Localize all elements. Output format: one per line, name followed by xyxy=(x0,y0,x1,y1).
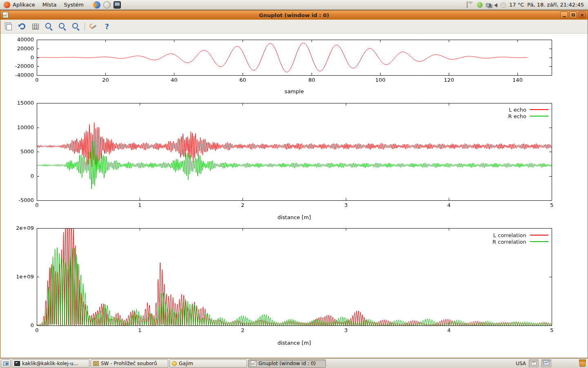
mail-tray-icon xyxy=(531,361,537,365)
clock-applet[interactable]: Pá, 18. září, 21:42:45 xyxy=(527,2,584,8)
close-icon: × xyxy=(580,12,584,18)
ubuntu-logo-icon xyxy=(4,2,10,8)
settings-button[interactable] xyxy=(89,22,98,31)
menu-system[interactable]: Systém xyxy=(60,0,87,9)
plot-area: sample distance [m] distance [m] L echo … xyxy=(0,34,588,358)
menu-system-label: Systém xyxy=(64,2,83,8)
replot-button[interactable] xyxy=(17,22,27,31)
zoom-reset-button[interactable] xyxy=(44,22,54,31)
echo-legend: L echo R echo xyxy=(508,106,548,119)
wrench-icon xyxy=(89,22,98,31)
magnifier-plus-icon xyxy=(71,22,80,31)
menu-places[interactable]: Místa xyxy=(39,0,60,9)
file-manager-icon xyxy=(93,361,99,366)
correlation-legend: L correlation R correlation xyxy=(492,232,548,245)
legend-line-sample xyxy=(530,241,548,242)
task-gnuplot[interactable]: Gnuplot (window id : 0) xyxy=(248,359,326,368)
window-titlebar[interactable]: Gnuplot (window id : 0) × xyxy=(0,11,588,20)
close-button[interactable]: × xyxy=(578,11,586,18)
taskbar: kaklik@kaklik-kolej-u... SW - Prohlížeč … xyxy=(0,358,588,368)
top-panel: Aplikace Místa Systém 17 °C Pá, 18. září… xyxy=(0,0,588,10)
screenshot-icon[interactable] xyxy=(114,1,121,9)
mail-tray-button[interactable] xyxy=(529,359,539,367)
legend-label: R echo xyxy=(508,113,526,119)
window-title: Gnuplot (window id : 0) xyxy=(0,12,588,18)
mail-notification-icon[interactable] xyxy=(467,1,468,8)
toolbar-separator xyxy=(85,22,85,31)
grid-toggle-button[interactable] xyxy=(31,22,40,31)
chart-tray-icon xyxy=(543,360,549,366)
gnuplot-window-icon xyxy=(2,12,9,18)
legend-item-l-echo: L echo xyxy=(508,106,548,113)
maximize-icon xyxy=(572,13,575,16)
temperature-applet[interactable]: 17 °C xyxy=(509,2,524,8)
gajim-icon xyxy=(172,361,177,366)
menu-applications[interactable]: Aplikace xyxy=(0,0,39,9)
task-file-manager[interactable]: SW - Prohlížeč souborů xyxy=(91,359,168,368)
maximize-button[interactable] xyxy=(569,11,577,18)
copy-button[interactable] xyxy=(4,22,13,31)
chart2-xlabel: distance [m] xyxy=(37,214,552,220)
gnuplot-canvas[interactable] xyxy=(0,34,588,358)
legend-line-sample xyxy=(530,109,548,110)
terminal-icon xyxy=(14,361,20,366)
magnifier-icon xyxy=(45,22,53,31)
task-terminal[interactable]: kaklik@kaklik-kolej-u... xyxy=(12,359,89,368)
trash-icon[interactable] xyxy=(579,360,586,367)
desktop: Aplikace Místa Systém 17 °C Pá, 18. září… xyxy=(0,0,588,368)
chart1-xlabel: sample xyxy=(37,88,552,94)
weather-icon[interactable] xyxy=(501,2,506,8)
gnuplot-window: Gnuplot (window id : 0) × ? sample dista… xyxy=(0,10,588,358)
update-notifier-icon[interactable] xyxy=(477,2,483,8)
task-gajim[interactable]: Gajim xyxy=(169,359,247,368)
legend-item-r-echo: R echo xyxy=(508,113,548,119)
volume-icon[interactable] xyxy=(494,3,497,7)
minimize-button[interactable] xyxy=(560,11,568,18)
legend-label: R correlation xyxy=(492,239,526,245)
grid-icon xyxy=(32,24,39,29)
refresh-icon xyxy=(19,23,25,29)
legend-item-l-correlation: L correlation xyxy=(492,232,548,238)
gnuplot-toolbar: ? xyxy=(0,20,588,34)
minimize-icon xyxy=(563,16,566,17)
help-icon: ? xyxy=(105,22,109,31)
taskbar-tray: USA xyxy=(516,359,587,367)
legend-item-r-correlation: R correlation xyxy=(492,238,548,245)
panel-launchers xyxy=(93,0,121,9)
legend-label: L echo xyxy=(509,107,526,113)
show-desktop-button[interactable] xyxy=(1,359,11,368)
legend-line-sample xyxy=(530,235,548,236)
gnuplot-icon xyxy=(251,361,256,366)
desktop-icon xyxy=(3,361,9,366)
firefox-icon[interactable] xyxy=(93,1,100,9)
legend-label: L correlation xyxy=(493,232,526,238)
help-button[interactable]: ? xyxy=(102,22,112,31)
chart3-xlabel: distance [m] xyxy=(37,340,552,346)
legend-line-sample xyxy=(530,116,548,117)
zoom-out-button[interactable] xyxy=(58,22,67,31)
keyboard-layout-indicator[interactable]: USA xyxy=(516,361,526,366)
zoom-in-button[interactable] xyxy=(71,22,81,31)
magnifier-minus-icon xyxy=(58,22,67,31)
window-buttons: × xyxy=(560,11,586,18)
gnuplot-tray-button[interactable] xyxy=(541,359,551,367)
menu-applications-label: Aplikace xyxy=(13,2,35,8)
help-browser-icon[interactable] xyxy=(103,1,111,9)
panel-status-area: 17 °C Pá, 18. září, 21:42:45 xyxy=(467,0,588,9)
copy-icon xyxy=(7,24,12,30)
menu-places-label: Místa xyxy=(42,2,57,8)
